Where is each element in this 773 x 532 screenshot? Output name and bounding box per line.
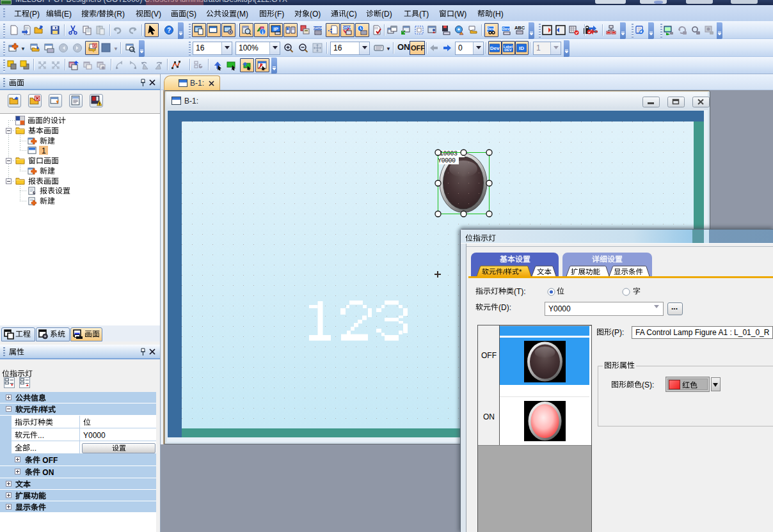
svg-text:Dev: Dev [490,45,500,51]
svg-text:ID: ID [519,45,524,51]
svg-text:Dev: Dev [502,27,510,31]
svg-text:Dev: Dev [487,27,495,31]
svg-text:DATA: DATA [313,26,322,30]
svg-text:DEV: DEV [504,48,512,52]
svg-text:IP: IP [273,26,278,32]
svg-text:ABC: ABC [514,25,525,31]
svg-text:?: ? [167,27,171,34]
svg-text:DATA: DATA [342,26,351,29]
